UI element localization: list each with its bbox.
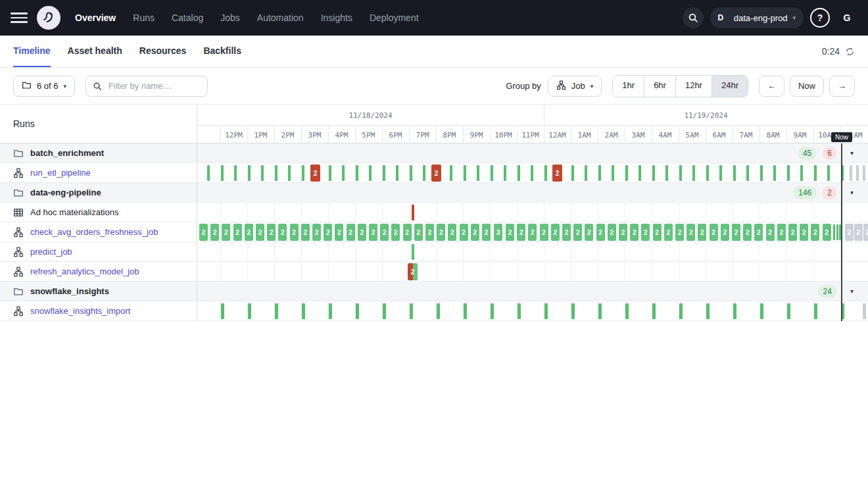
run-tick-green[interactable] xyxy=(518,165,520,181)
group-row-data-eng-pipeline[interactable]: data-eng-pipeline1462▾ xyxy=(0,183,868,203)
nav-item-catalog[interactable]: Catalog xyxy=(172,13,203,23)
run-tick-green[interactable] xyxy=(787,165,790,181)
run-batch-green[interactable]: 2 xyxy=(506,224,514,241)
run-tick-green[interactable] xyxy=(706,303,710,319)
collapse-caret-icon[interactable]: ▾ xyxy=(850,288,854,295)
run-tick-green[interactable] xyxy=(679,303,683,319)
run-batch-green[interactable]: 2 xyxy=(630,224,639,241)
run-tick-green[interactable] xyxy=(679,165,682,181)
run-batch-green[interactable]: 2 xyxy=(233,224,242,241)
search-icon[interactable] xyxy=(683,7,704,28)
run-batch-green[interactable]: 2 xyxy=(653,224,662,241)
run-batch-green[interactable]: 2 xyxy=(754,224,763,241)
run-tick-green[interactable] xyxy=(544,303,548,319)
run-tick-green[interactable] xyxy=(733,165,736,181)
run-tick-green[interactable] xyxy=(234,165,237,181)
run-batch-green[interactable]: 2 xyxy=(540,224,548,241)
run-batch-green[interactable]: 2 xyxy=(811,224,819,241)
job-row-ad-hoc-materializations[interactable]: Ad hoc materializations xyxy=(0,203,868,222)
collapse-caret-icon[interactable]: ▾ xyxy=(850,149,854,157)
menu-icon[interactable] xyxy=(11,13,28,23)
run-tick-gray[interactable] xyxy=(850,165,852,181)
run-batch-green[interactable]: 2 xyxy=(210,224,219,241)
run-tick-green[interactable] xyxy=(412,244,414,260)
run-tick-green[interactable] xyxy=(383,165,385,181)
run-tick-gray[interactable] xyxy=(863,303,866,319)
run-tick-green[interactable] xyxy=(814,303,817,319)
run-batch-mixed[interactable]: 2 xyxy=(408,263,418,280)
run-batch-green[interactable]: 2 xyxy=(596,224,605,241)
run-batch-green[interactable]: 2 xyxy=(743,224,752,241)
run-batch-green[interactable]: 2 xyxy=(222,224,230,241)
run-batch-green[interactable]: 2 xyxy=(608,224,616,241)
group-row-snowflake-insights[interactable]: snowflake_insights24▾ xyxy=(0,282,868,301)
job-name[interactable]: snowflake_insights_import xyxy=(30,306,130,316)
job-row-refresh-analytics-model-job[interactable]: refresh_analytics_model_job2 xyxy=(0,262,868,282)
run-tick-green[interactable] xyxy=(464,303,467,319)
run-tick-green[interactable] xyxy=(652,165,655,181)
run-tick-green[interactable] xyxy=(746,165,749,181)
run-tick-green[interactable] xyxy=(491,303,494,319)
run-tick-green[interactable] xyxy=(598,303,602,319)
run-batch-green[interactable]: 2 xyxy=(585,224,593,241)
run-tick-green[interactable] xyxy=(207,165,210,181)
job-name[interactable]: predict_job xyxy=(30,247,72,257)
run-tick-green[interactable] xyxy=(248,303,251,319)
group-row-batch-enrichment[interactable]: batch_enrichment456▾ xyxy=(0,143,868,163)
run-tick-green[interactable] xyxy=(773,165,776,181)
run-tick-green[interactable] xyxy=(221,165,224,181)
run-tick-green[interactable] xyxy=(719,165,722,181)
run-batch-green[interactable]: 2 xyxy=(766,224,775,241)
run-tick-green[interactable] xyxy=(571,303,575,319)
run-batch-red[interactable]: 2 xyxy=(431,165,441,182)
run-tick-gray[interactable] xyxy=(856,165,859,181)
run-tick-green[interactable] xyxy=(665,165,668,181)
run-batch-green[interactable]: 3 xyxy=(494,224,502,241)
run-tick-green[interactable] xyxy=(423,165,425,181)
run-tick-green[interactable] xyxy=(692,165,695,181)
range-12hr[interactable]: 12hr xyxy=(675,76,711,97)
range-1hr[interactable]: 1hr xyxy=(613,76,644,97)
help-icon[interactable]: ? xyxy=(810,8,830,28)
run-tick-green[interactable] xyxy=(261,165,264,181)
run-batch-green[interactable]: 2 xyxy=(551,224,560,241)
run-batch-green[interactable]: 2 xyxy=(403,224,412,241)
job-name[interactable]: check_avg_orders_freshness_job xyxy=(30,227,158,237)
job-row-run-etl-pipeline[interactable]: run_etl_pipeline222 xyxy=(0,163,868,183)
run-tick-green[interactable] xyxy=(760,303,763,319)
run-batch-green[interactable]: 2 xyxy=(347,224,355,241)
run-tick-green[interactable] xyxy=(437,303,440,319)
nav-item-automation[interactable]: Automation xyxy=(257,13,304,23)
run-batch-green[interactable]: 2 xyxy=(414,224,423,241)
run-tick-green[interactable] xyxy=(410,165,412,181)
run-tick-green[interactable] xyxy=(396,165,398,181)
run-tick-green[interactable] xyxy=(288,165,291,181)
run-tick-green[interactable] xyxy=(383,303,386,319)
job-row-predict-job[interactable]: predict_job xyxy=(0,242,868,262)
tab-resources[interactable]: Resources xyxy=(139,36,187,67)
prev-button[interactable]: ← xyxy=(759,76,784,97)
run-batch-gray[interactable]: 2 xyxy=(854,224,863,241)
nav-item-overview[interactable]: Overview xyxy=(75,13,116,23)
run-batch-green[interactable]: 2 xyxy=(777,224,786,241)
run-tick-green[interactable] xyxy=(329,303,332,319)
run-tick-green[interactable] xyxy=(410,303,413,319)
run-tick-green[interactable] xyxy=(275,303,278,319)
run-batch-red[interactable]: 2 xyxy=(552,165,562,182)
run-tick-green[interactable] xyxy=(733,303,736,319)
run-batch-green[interactable]: 2 xyxy=(664,224,673,241)
run-tick-green[interactable] xyxy=(571,165,574,181)
run-batch-green[interactable]: 2 xyxy=(619,224,627,241)
run-batch-gray[interactable]: 2 xyxy=(845,224,854,241)
run-tick-green[interactable] xyxy=(518,303,521,319)
nav-item-insights[interactable]: Insights xyxy=(321,13,352,23)
run-tick-green[interactable] xyxy=(356,303,359,319)
run-tick-gray[interactable] xyxy=(863,165,865,181)
run-batch-green[interactable]: 2 xyxy=(324,224,332,241)
run-tick-green[interactable] xyxy=(833,224,835,240)
run-tick-green[interactable] xyxy=(787,303,790,319)
run-batch-green[interactable]: 2 xyxy=(267,224,276,241)
run-batch-green[interactable]: 2 xyxy=(528,224,537,241)
run-batch-green[interactable]: 2 xyxy=(437,224,445,241)
run-tick-green[interactable] xyxy=(221,303,224,319)
